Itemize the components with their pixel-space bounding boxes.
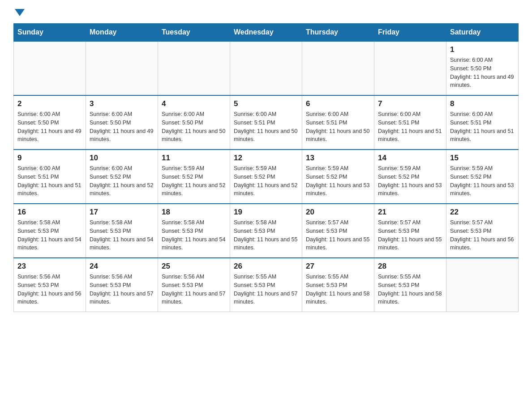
calendar-week-row: 9Sunrise: 6:00 AM Sunset: 5:51 PM Daylig… bbox=[14, 150, 519, 204]
day-number: 3 bbox=[90, 99, 154, 108]
calendar-day-cell: 26Sunrise: 5:55 AM Sunset: 5:53 PM Dayli… bbox=[230, 258, 302, 312]
calendar-day-cell bbox=[446, 258, 519, 312]
day-number: 4 bbox=[162, 99, 226, 108]
day-info: Sunrise: 5:56 AM Sunset: 5:53 PM Dayligh… bbox=[90, 273, 154, 306]
day-info: Sunrise: 6:00 AM Sunset: 5:50 PM Dayligh… bbox=[450, 56, 515, 90]
logo bbox=[13, 9, 25, 15]
day-of-week-header: Sunday bbox=[14, 24, 86, 42]
calendar-day-cell bbox=[14, 41, 86, 95]
calendar-day-cell: 5Sunrise: 6:00 AM Sunset: 5:51 PM Daylig… bbox=[230, 95, 302, 150]
day-of-week-header: Thursday bbox=[302, 24, 374, 42]
day-info: Sunrise: 5:55 AM Sunset: 5:53 PM Dayligh… bbox=[306, 273, 370, 306]
calendar-day-cell: 20Sunrise: 5:57 AM Sunset: 5:53 PM Dayli… bbox=[302, 204, 374, 258]
logo-triangle-icon bbox=[15, 9, 25, 16]
day-info: Sunrise: 5:55 AM Sunset: 5:53 PM Dayligh… bbox=[378, 273, 442, 306]
calendar-day-cell: 11Sunrise: 5:59 AM Sunset: 5:52 PM Dayli… bbox=[158, 150, 230, 204]
day-number: 19 bbox=[234, 208, 298, 217]
day-number: 25 bbox=[162, 262, 226, 271]
calendar-day-cell: 3Sunrise: 6:00 AM Sunset: 5:50 PM Daylig… bbox=[86, 95, 158, 150]
calendar-day-cell: 17Sunrise: 5:58 AM Sunset: 5:53 PM Dayli… bbox=[86, 204, 158, 258]
day-info: Sunrise: 6:00 AM Sunset: 5:51 PM Dayligh… bbox=[378, 110, 442, 144]
day-info: Sunrise: 6:00 AM Sunset: 5:52 PM Dayligh… bbox=[90, 164, 154, 198]
day-info: Sunrise: 5:56 AM Sunset: 5:53 PM Dayligh… bbox=[17, 273, 82, 306]
day-info: Sunrise: 5:57 AM Sunset: 5:53 PM Dayligh… bbox=[306, 218, 370, 252]
day-info: Sunrise: 6:00 AM Sunset: 5:50 PM Dayligh… bbox=[17, 110, 82, 144]
calendar-week-row: 23Sunrise: 5:56 AM Sunset: 5:53 PM Dayli… bbox=[14, 258, 519, 312]
day-info: Sunrise: 5:59 AM Sunset: 5:52 PM Dayligh… bbox=[162, 164, 226, 198]
calendar-day-cell: 18Sunrise: 5:58 AM Sunset: 5:53 PM Dayli… bbox=[158, 204, 230, 258]
day-info: Sunrise: 5:59 AM Sunset: 5:52 PM Dayligh… bbox=[306, 164, 370, 198]
calendar-day-cell: 7Sunrise: 6:00 AM Sunset: 5:51 PM Daylig… bbox=[374, 95, 446, 150]
calendar-day-cell: 21Sunrise: 5:57 AM Sunset: 5:53 PM Dayli… bbox=[374, 204, 446, 258]
day-number: 10 bbox=[90, 154, 154, 163]
day-info: Sunrise: 5:55 AM Sunset: 5:53 PM Dayligh… bbox=[234, 273, 298, 306]
day-info: Sunrise: 5:57 AM Sunset: 5:53 PM Dayligh… bbox=[450, 218, 515, 252]
day-number: 23 bbox=[17, 262, 82, 271]
day-of-week-header: Wednesday bbox=[230, 24, 302, 42]
day-of-week-header: Monday bbox=[86, 24, 158, 42]
day-number: 12 bbox=[234, 154, 298, 163]
day-of-week-header: Friday bbox=[374, 24, 446, 42]
calendar-day-cell: 12Sunrise: 5:59 AM Sunset: 5:52 PM Dayli… bbox=[230, 150, 302, 204]
calendar-day-cell: 27Sunrise: 5:55 AM Sunset: 5:53 PM Dayli… bbox=[302, 258, 374, 312]
day-number: 9 bbox=[17, 154, 82, 163]
day-number: 28 bbox=[378, 262, 442, 271]
day-info: Sunrise: 6:00 AM Sunset: 5:50 PM Dayligh… bbox=[90, 110, 154, 144]
calendar-day-cell: 8Sunrise: 6:00 AM Sunset: 5:51 PM Daylig… bbox=[446, 95, 519, 150]
day-info: Sunrise: 6:00 AM Sunset: 5:50 PM Dayligh… bbox=[162, 110, 226, 144]
calendar-day-cell: 22Sunrise: 5:57 AM Sunset: 5:53 PM Dayli… bbox=[446, 204, 519, 258]
day-number: 16 bbox=[17, 208, 82, 217]
calendar-week-row: 2Sunrise: 6:00 AM Sunset: 5:50 PM Daylig… bbox=[14, 95, 519, 150]
day-number: 18 bbox=[162, 208, 226, 217]
calendar-day-cell: 13Sunrise: 5:59 AM Sunset: 5:52 PM Dayli… bbox=[302, 150, 374, 204]
day-info: Sunrise: 5:59 AM Sunset: 5:52 PM Dayligh… bbox=[378, 164, 442, 198]
day-number: 15 bbox=[450, 154, 515, 163]
day-number: 17 bbox=[90, 208, 154, 217]
page-header bbox=[13, 9, 519, 15]
day-number: 24 bbox=[90, 262, 154, 271]
day-number: 26 bbox=[234, 262, 298, 271]
calendar-day-cell bbox=[302, 41, 374, 95]
day-info: Sunrise: 6:00 AM Sunset: 5:51 PM Dayligh… bbox=[234, 110, 298, 144]
day-info: Sunrise: 6:00 AM Sunset: 5:51 PM Dayligh… bbox=[450, 110, 515, 144]
calendar-week-row: 16Sunrise: 5:58 AM Sunset: 5:53 PM Dayli… bbox=[14, 204, 519, 258]
day-info: Sunrise: 5:56 AM Sunset: 5:53 PM Dayligh… bbox=[162, 273, 226, 306]
day-number: 2 bbox=[17, 99, 82, 108]
calendar-day-cell: 23Sunrise: 5:56 AM Sunset: 5:53 PM Dayli… bbox=[14, 258, 86, 312]
day-info: Sunrise: 6:00 AM Sunset: 5:51 PM Dayligh… bbox=[17, 164, 82, 198]
day-of-week-header: Saturday bbox=[446, 24, 519, 42]
day-number: 20 bbox=[306, 208, 370, 217]
calendar-day-cell bbox=[230, 41, 302, 95]
day-number: 5 bbox=[234, 99, 298, 108]
calendar-day-cell: 15Sunrise: 5:59 AM Sunset: 5:52 PM Dayli… bbox=[446, 150, 519, 204]
calendar-day-cell: 24Sunrise: 5:56 AM Sunset: 5:53 PM Dayli… bbox=[86, 258, 158, 312]
calendar-day-cell: 4Sunrise: 6:00 AM Sunset: 5:50 PM Daylig… bbox=[158, 95, 230, 150]
day-number: 8 bbox=[450, 99, 515, 108]
calendar-day-cell: 1Sunrise: 6:00 AM Sunset: 5:50 PM Daylig… bbox=[446, 41, 519, 95]
calendar-header-row: SundayMondayTuesdayWednesdayThursdayFrid… bbox=[14, 24, 519, 42]
day-number: 22 bbox=[450, 208, 515, 217]
day-info: Sunrise: 5:57 AM Sunset: 5:53 PM Dayligh… bbox=[378, 218, 442, 252]
day-info: Sunrise: 5:58 AM Sunset: 5:53 PM Dayligh… bbox=[90, 218, 154, 252]
calendar-day-cell: 19Sunrise: 5:58 AM Sunset: 5:53 PM Dayli… bbox=[230, 204, 302, 258]
calendar-table: SundayMondayTuesdayWednesdayThursdayFrid… bbox=[13, 23, 519, 312]
day-info: Sunrise: 5:58 AM Sunset: 5:53 PM Dayligh… bbox=[17, 218, 82, 252]
day-number: 14 bbox=[378, 154, 442, 163]
calendar-day-cell: 28Sunrise: 5:55 AM Sunset: 5:53 PM Dayli… bbox=[374, 258, 446, 312]
calendar-day-cell: 10Sunrise: 6:00 AM Sunset: 5:52 PM Dayli… bbox=[86, 150, 158, 204]
calendar-day-cell bbox=[374, 41, 446, 95]
day-number: 13 bbox=[306, 154, 370, 163]
calendar-day-cell: 2Sunrise: 6:00 AM Sunset: 5:50 PM Daylig… bbox=[14, 95, 86, 150]
day-number: 7 bbox=[378, 99, 442, 108]
calendar-day-cell: 16Sunrise: 5:58 AM Sunset: 5:53 PM Dayli… bbox=[14, 204, 86, 258]
calendar-day-cell bbox=[86, 41, 158, 95]
calendar-day-cell: 14Sunrise: 5:59 AM Sunset: 5:52 PM Dayli… bbox=[374, 150, 446, 204]
day-of-week-header: Tuesday bbox=[158, 24, 230, 42]
calendar-day-cell: 25Sunrise: 5:56 AM Sunset: 5:53 PM Dayli… bbox=[158, 258, 230, 312]
day-number: 1 bbox=[450, 45, 515, 54]
calendar-week-row: 1Sunrise: 6:00 AM Sunset: 5:50 PM Daylig… bbox=[14, 41, 519, 95]
day-info: Sunrise: 5:58 AM Sunset: 5:53 PM Dayligh… bbox=[234, 218, 298, 252]
day-info: Sunrise: 6:00 AM Sunset: 5:51 PM Dayligh… bbox=[306, 110, 370, 144]
day-number: 11 bbox=[162, 154, 226, 163]
day-info: Sunrise: 5:59 AM Sunset: 5:52 PM Dayligh… bbox=[234, 164, 298, 198]
